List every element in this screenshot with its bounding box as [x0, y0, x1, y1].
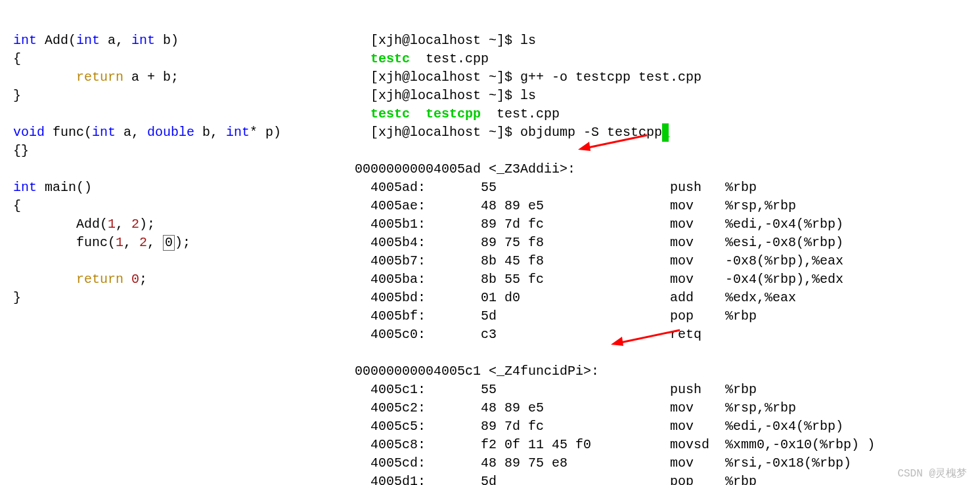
disasm-line: 4005ae: 48 89 e5 mov %rsp,%rbp: [355, 198, 796, 213]
disasm-line: 4005c2: 48 89 e5 mov %rsp,%rbp: [355, 400, 796, 415]
keyword-int: int: [13, 33, 37, 48]
file-testc: testc: [370, 51, 410, 66]
term-line: [xjh@localhost ~]$ ls: [370, 33, 536, 48]
disasm-line: 4005bf: 5d pop %rbp: [355, 308, 757, 324]
term-line: [xjh@localhost ~]$ objdump -S testcpp: [370, 125, 662, 140]
disasm-line: 4005c8: f2 0f 11 45 f0 movsd %xmm0,-0x10…: [355, 437, 859, 452]
disasm-line: 4005bd: 01 d0 add %edx,%eax: [355, 290, 796, 305]
disasm-line: 4005c5: 89 7d fc mov %edi,-0x4(%rbp): [355, 419, 843, 434]
disasm-line: 4005ba: 8b 55 fc mov -0x4(%rbp),%edx: [355, 272, 843, 287]
term-line: [xjh@localhost ~]$ g++ -o testcpp test.c…: [370, 70, 702, 85]
watermark: CSDN @灵槐梦: [897, 467, 967, 481]
svg-marker-1: [578, 142, 590, 151]
disasm-header: 00000000004005c1 <_Z4funcidPi>:: [355, 364, 599, 379]
disasm-line: 4005b1: 89 7d fc mov %edi,-0x4(%rbp): [355, 217, 843, 232]
terminal-cursor-icon: _: [662, 123, 669, 142]
disasm-line: 4005c1: 55 push %rbp: [355, 382, 757, 397]
disasm-line: 4005b4: 89 75 f8 mov %esi,-0x8(%rbp): [355, 235, 843, 250]
keyword-return: return: [76, 70, 123, 85]
terminal-pane: [xjh@localhost ~]$ ls testc test.cpp [xj…: [348, 0, 881, 485]
file-testcpp: testcpp: [426, 106, 481, 121]
disasm-line: 4005ad: 55 push %rbp: [355, 180, 757, 195]
page: int Add(int a, int b) { return a + b; } …: [0, 0, 980, 485]
disasm-line: 4005b7: 8b 45 f8 mov -0x8(%rbp),%eax: [355, 253, 843, 268]
disasm-line: 4005c0: c3 retq: [355, 327, 702, 342]
source-code-pane: int Add(int a, int b) { return a + b; } …: [0, 0, 348, 485]
disasm-line: 4005d1: 5d pop %rbp: [355, 474, 757, 485]
disasm-header: 00000000004005ad <_Z3Addii>:: [355, 161, 575, 177]
disasm-line: 4005cd: 48 89 75 e8 mov %rsi,-0x18(%rbp): [355, 455, 851, 471]
keyword-void: void: [13, 125, 45, 140]
cursor: 0: [163, 235, 175, 251]
term-line: [xjh@localhost ~]$ ls: [370, 88, 536, 103]
